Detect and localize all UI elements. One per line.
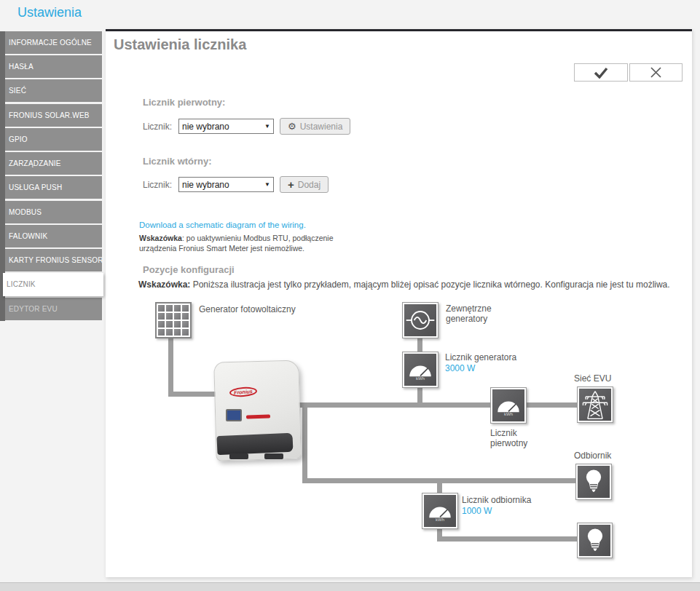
sidebar-item-hasla[interactable]: HASŁA xyxy=(5,55,102,78)
settings-button-label: Ustawienia xyxy=(300,122,343,132)
inverter-bottom-section xyxy=(216,433,293,456)
settings-page: Ustawienia INFORMACJE OGÓLNE HASŁA SIEĆ … xyxy=(0,0,700,591)
caret-down-icon: ▼ xyxy=(264,181,270,188)
cancel-button[interactable] xyxy=(629,63,683,82)
plus-icon: + xyxy=(288,179,294,190)
generator-meter-label: Licznik generatora xyxy=(445,352,516,362)
sidebar-item-modbus[interactable]: MODBUS xyxy=(5,201,102,223)
consumer-bulb-icon xyxy=(575,464,612,500)
power-tower-icon xyxy=(578,388,612,421)
ac-generator-icon xyxy=(404,304,437,337)
grid-tower-icon xyxy=(577,386,613,423)
consumer-meter-icon: kWh xyxy=(422,493,458,529)
sidebar-item-informacje-ogolne[interactable]: INFORMACJE OGÓLNE xyxy=(5,31,102,54)
wiring-diagram-link[interactable]: Download a schematic diagram of the wiri… xyxy=(139,221,306,229)
sidebar-item-falownik[interactable]: FALOWNIK xyxy=(5,225,102,247)
consumer-meter-label: Licznik odbiornika xyxy=(462,495,531,505)
sidebar-item-gpio[interactable]: GPIO xyxy=(5,128,102,151)
gear-icon: ⚙ xyxy=(288,122,296,131)
config-positions-heading: Pozycje konfiguracji xyxy=(143,264,235,275)
primary-meter-label: Licznik: xyxy=(143,122,172,132)
caret-down-icon: ▼ xyxy=(264,123,270,130)
light-bulb-icon xyxy=(578,524,612,558)
inverter-image: Fronius xyxy=(215,361,300,460)
check-icon xyxy=(593,67,609,79)
kwh-unit-label: kWh xyxy=(504,412,513,416)
secondary-meter-heading: Licznik wtórny: xyxy=(143,156,212,167)
sidebar-item-usluga-push[interactable]: USŁUGA PUSH xyxy=(5,176,102,199)
grid-evu-label: Sieć EVU xyxy=(574,373,611,384)
sidebar-item-karty-fronius-sensor[interactable]: KARTY FRONIUS SENSOR xyxy=(5,249,102,271)
config-hint: Wskazówka: Poniższa ilustracja jest tylk… xyxy=(138,279,685,290)
gauge-icon xyxy=(406,359,435,378)
sidebar-item-siec[interactable]: SIEĆ xyxy=(5,79,102,102)
app-title: Ustawienia xyxy=(17,5,82,20)
gauge-icon xyxy=(425,500,455,519)
external-generator-icon xyxy=(402,302,439,338)
wire-consumer-branch-vertical xyxy=(302,405,307,483)
secondary-meter-label: Licznik: xyxy=(143,180,172,190)
sidebar-item-licznik[interactable]: LICZNIK xyxy=(3,273,103,296)
pv-generator-label: Generator fotowoltaiczny xyxy=(199,304,296,314)
primary-meter-heading: Licznik pierwotny: xyxy=(143,97,225,108)
inverter-foot xyxy=(264,453,283,459)
footer-strip xyxy=(0,582,700,591)
primary-meter-icon: kWh xyxy=(490,387,527,424)
settings-button[interactable]: ⚙ Ustawienia xyxy=(280,118,350,135)
modbus-hint: Wskazówka: po uaktywnieniu Modbus RTU, p… xyxy=(139,234,372,253)
add-button[interactable]: + Dodaj xyxy=(280,176,329,193)
secondary-meter-selected-value: nie wybrano xyxy=(182,180,229,190)
primary-meter-select[interactable]: nie wybrano ▼ xyxy=(178,119,274,134)
wire-inverter-to-grid xyxy=(288,402,578,408)
kwh-unit-label: kWh xyxy=(436,517,444,522)
config-hint-label: Wskazówka: xyxy=(138,279,190,290)
primary-meter-selected-value: nie wybrano xyxy=(182,122,229,132)
inverter-display xyxy=(226,409,242,421)
modbus-hint-label: Wskazówka xyxy=(139,234,182,242)
inverter-foot xyxy=(229,453,248,459)
add-button-label: Dodaj xyxy=(298,180,320,190)
wire-to-second-consumer xyxy=(439,536,578,542)
close-icon xyxy=(650,66,662,79)
second-consumer-bulb-icon xyxy=(577,523,613,558)
generator-meter-value: 3000 W xyxy=(445,363,475,373)
light-bulb-icon xyxy=(577,465,610,499)
sidebar-item-edytor-evu[interactable]: EDYTOR EVU xyxy=(5,298,102,320)
consumer-meter-value: 1000 W xyxy=(462,506,492,516)
secondary-meter-select[interactable]: nie wybrano ▼ xyxy=(178,177,274,192)
pv-panel-icon xyxy=(155,302,192,338)
page-heading: Ustawienia licznika xyxy=(114,36,246,53)
external-generators-label: Zewnętrzne generatory xyxy=(446,304,508,325)
sidebar-item-fronius-solarweb[interactable]: FRONIUS SOLAR.WEB xyxy=(5,104,102,127)
generator-meter-icon: kWh xyxy=(402,352,439,388)
gauge-icon xyxy=(494,394,523,413)
config-hint-text: Poniższa ilustracja jest tylko przykłade… xyxy=(190,279,669,290)
consumer-label: Odbiornik xyxy=(574,451,611,461)
wire-pv-vertical xyxy=(168,338,173,397)
sidebar-item-zarzadzanie[interactable]: ZARZĄDZANIE xyxy=(5,152,102,175)
kwh-unit-label: kWh xyxy=(416,376,425,381)
primary-meter-diagram-label: Licznik pierwotny xyxy=(490,428,538,449)
confirm-button[interactable] xyxy=(574,63,628,82)
